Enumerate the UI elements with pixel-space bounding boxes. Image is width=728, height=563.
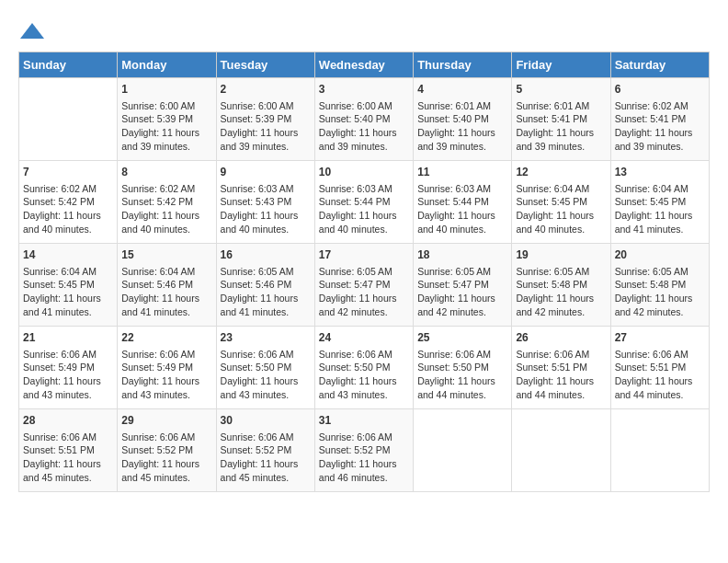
day-number: 27 bbox=[615, 330, 705, 346]
day-number: 23 bbox=[221, 330, 311, 346]
calendar-cell: 8 Sunrise: 6:02 AM Sunset: 5:42 PM Dayli… bbox=[118, 161, 216, 244]
day-number: 25 bbox=[417, 330, 507, 346]
daylight: Daylight: 11 hours and 44 minutes. bbox=[417, 375, 495, 400]
calendar-cell: 30 Sunrise: 6:06 AM Sunset: 5:52 PM Dayl… bbox=[216, 409, 314, 492]
daylight: Daylight: 11 hours and 41 minutes. bbox=[615, 210, 693, 235]
day-number: 18 bbox=[417, 247, 507, 263]
sunset: Sunset: 5:51 PM bbox=[615, 362, 687, 373]
calendar-cell: 28 Sunrise: 6:06 AM Sunset: 5:51 PM Dayl… bbox=[19, 409, 118, 492]
calendar-cell: 15 Sunrise: 6:04 AM Sunset: 5:46 PM Dayl… bbox=[118, 244, 216, 327]
sunrise: Sunrise: 6:06 AM bbox=[319, 431, 392, 442]
calendar-cell: 26 Sunrise: 6:06 AM Sunset: 5:51 PM Dayl… bbox=[512, 327, 610, 409]
logo-icon bbox=[18, 18, 46, 46]
day-number: 28 bbox=[23, 413, 113, 429]
sunrise: Sunrise: 6:03 AM bbox=[319, 183, 392, 194]
calendar-cell: 29 Sunrise: 6:06 AM Sunset: 5:52 PM Dayl… bbox=[118, 409, 216, 492]
daylight: Daylight: 11 hours and 41 minutes. bbox=[23, 293, 101, 317]
daylight: Daylight: 11 hours and 42 minutes. bbox=[516, 293, 594, 317]
sunrise: Sunrise: 6:06 AM bbox=[221, 349, 294, 360]
calendar-cell: 24 Sunrise: 6:06 AM Sunset: 5:50 PM Dayl… bbox=[314, 327, 413, 409]
day-number: 11 bbox=[417, 165, 507, 180]
sunrise: Sunrise: 6:04 AM bbox=[615, 183, 688, 194]
calendar-cell: 2 Sunrise: 6:00 AM Sunset: 5:39 PM Dayli… bbox=[216, 78, 314, 161]
day-of-week-header: Monday bbox=[118, 52, 216, 78]
day-of-week-header: Wednesday bbox=[314, 52, 413, 78]
daylight: Daylight: 11 hours and 46 minutes. bbox=[319, 458, 397, 483]
logo bbox=[18, 18, 50, 46]
day-number: 22 bbox=[121, 330, 211, 346]
sunrise: Sunrise: 6:00 AM bbox=[319, 100, 392, 111]
daylight: Daylight: 11 hours and 39 minutes. bbox=[121, 127, 199, 152]
daylight: Daylight: 11 hours and 44 minutes. bbox=[615, 375, 693, 400]
sunrise: Sunrise: 6:00 AM bbox=[221, 100, 294, 111]
day-number: 24 bbox=[319, 330, 409, 346]
daylight: Daylight: 11 hours and 39 minutes. bbox=[516, 127, 594, 152]
sunset: Sunset: 5:39 PM bbox=[121, 113, 193, 124]
sunset: Sunset: 5:49 PM bbox=[121, 362, 193, 373]
calendar-cell: 9 Sunrise: 6:03 AM Sunset: 5:43 PM Dayli… bbox=[216, 161, 314, 244]
day-number: 15 bbox=[121, 247, 211, 263]
sunset: Sunset: 5:44 PM bbox=[417, 196, 489, 207]
day-number: 17 bbox=[319, 247, 409, 263]
sunset: Sunset: 5:44 PM bbox=[319, 196, 391, 207]
day-of-week-header: Saturday bbox=[610, 52, 709, 78]
calendar-week-row: 21 Sunrise: 6:06 AM Sunset: 5:49 PM Dayl… bbox=[19, 327, 710, 409]
calendar-cell: 7 Sunrise: 6:02 AM Sunset: 5:42 PM Dayli… bbox=[19, 161, 118, 244]
calendar-cell: 13 Sunrise: 6:04 AM Sunset: 5:45 PM Dayl… bbox=[610, 161, 709, 244]
sunset: Sunset: 5:50 PM bbox=[221, 362, 292, 373]
sunrise: Sunrise: 6:04 AM bbox=[121, 266, 195, 277]
calendar-cell bbox=[19, 78, 118, 161]
daylight: Daylight: 11 hours and 39 minutes. bbox=[319, 127, 397, 152]
daylight: Daylight: 11 hours and 41 minutes. bbox=[121, 293, 199, 317]
day-number: 20 bbox=[615, 247, 705, 263]
daylight: Daylight: 11 hours and 43 minutes. bbox=[221, 375, 299, 400]
calendar-week-row: 1 Sunrise: 6:00 AM Sunset: 5:39 PM Dayli… bbox=[19, 78, 710, 161]
sunrise: Sunrise: 6:05 AM bbox=[319, 266, 392, 277]
day-number: 1 bbox=[121, 82, 211, 98]
day-of-week-header: Friday bbox=[512, 52, 610, 78]
daylight: Daylight: 11 hours and 43 minutes. bbox=[121, 375, 199, 400]
daylight: Daylight: 11 hours and 40 minutes. bbox=[23, 210, 101, 235]
calendar-cell: 1 Sunrise: 6:00 AM Sunset: 5:39 PM Dayli… bbox=[118, 78, 216, 161]
day-number: 4 bbox=[417, 82, 507, 98]
daylight: Daylight: 11 hours and 39 minutes. bbox=[221, 127, 299, 152]
calendar-week-row: 7 Sunrise: 6:02 AM Sunset: 5:42 PM Dayli… bbox=[19, 161, 710, 244]
daylight: Daylight: 11 hours and 45 minutes. bbox=[23, 458, 101, 483]
sunrise: Sunrise: 6:03 AM bbox=[221, 183, 294, 194]
daylight: Daylight: 11 hours and 43 minutes. bbox=[319, 375, 397, 400]
sunset: Sunset: 5:51 PM bbox=[516, 362, 587, 373]
day-number: 5 bbox=[516, 82, 606, 98]
calendar-cell: 16 Sunrise: 6:05 AM Sunset: 5:46 PM Dayl… bbox=[216, 244, 314, 327]
calendar-cell bbox=[610, 409, 709, 492]
sunrise: Sunrise: 6:02 AM bbox=[121, 183, 195, 194]
daylight: Daylight: 11 hours and 42 minutes. bbox=[417, 293, 495, 317]
day-number: 16 bbox=[221, 247, 311, 263]
calendar-cell: 5 Sunrise: 6:01 AM Sunset: 5:41 PM Dayli… bbox=[512, 78, 610, 161]
sunrise: Sunrise: 6:06 AM bbox=[516, 349, 589, 360]
calendar-cell: 12 Sunrise: 6:04 AM Sunset: 5:45 PM Dayl… bbox=[512, 161, 610, 244]
sunset: Sunset: 5:45 PM bbox=[615, 196, 687, 207]
sunrise: Sunrise: 6:00 AM bbox=[121, 100, 195, 111]
sunset: Sunset: 5:41 PM bbox=[615, 113, 687, 124]
calendar-cell: 18 Sunrise: 6:05 AM Sunset: 5:47 PM Dayl… bbox=[414, 244, 512, 327]
daylight: Daylight: 11 hours and 42 minutes. bbox=[319, 293, 397, 317]
sunrise: Sunrise: 6:06 AM bbox=[417, 349, 491, 360]
sunset: Sunset: 5:48 PM bbox=[516, 279, 587, 290]
sunset: Sunset: 5:45 PM bbox=[516, 196, 587, 207]
calendar-cell: 14 Sunrise: 6:04 AM Sunset: 5:45 PM Dayl… bbox=[19, 244, 118, 327]
daylight: Daylight: 11 hours and 40 minutes. bbox=[221, 210, 299, 235]
day-number: 3 bbox=[319, 82, 409, 98]
daylight: Daylight: 11 hours and 40 minutes. bbox=[319, 210, 397, 235]
day-number: 13 bbox=[615, 165, 705, 180]
sunset: Sunset: 5:46 PM bbox=[221, 279, 292, 290]
daylight: Daylight: 11 hours and 45 minutes. bbox=[121, 458, 199, 483]
daylight: Daylight: 11 hours and 41 minutes. bbox=[221, 293, 299, 317]
daylight: Daylight: 11 hours and 39 minutes. bbox=[615, 127, 693, 152]
sunset: Sunset: 5:39 PM bbox=[221, 113, 292, 124]
sunset: Sunset: 5:45 PM bbox=[23, 279, 95, 290]
sunrise: Sunrise: 6:05 AM bbox=[417, 266, 491, 277]
sunset: Sunset: 5:48 PM bbox=[615, 279, 687, 290]
sunrise: Sunrise: 6:06 AM bbox=[221, 431, 294, 442]
day-number: 10 bbox=[319, 165, 409, 180]
sunset: Sunset: 5:52 PM bbox=[121, 444, 193, 455]
